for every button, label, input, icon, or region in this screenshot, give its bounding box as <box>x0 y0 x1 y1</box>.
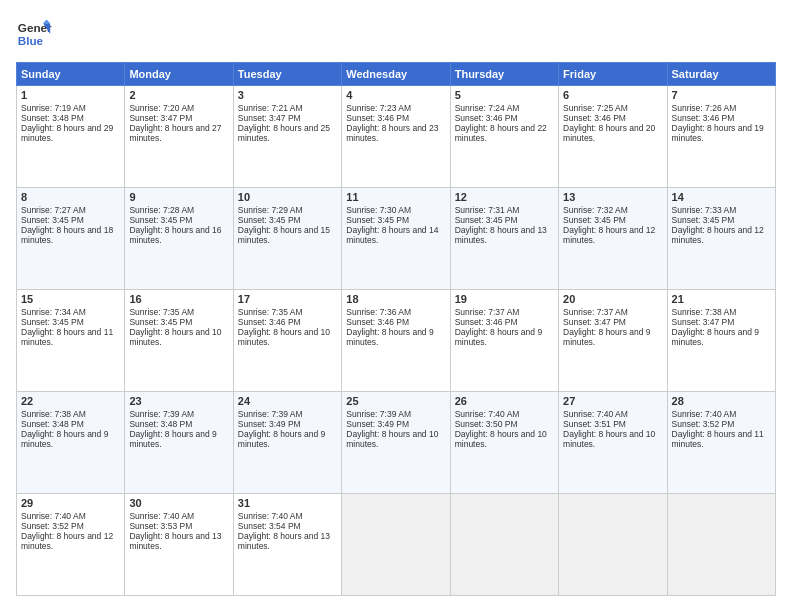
calendar-cell: 8Sunrise: 7:27 AMSunset: 3:45 PMDaylight… <box>17 188 125 290</box>
daylight-text: Daylight: 8 hours and 13 minutes. <box>238 531 330 551</box>
day-number: 8 <box>21 191 120 203</box>
calendar-cell: 11Sunrise: 7:30 AMSunset: 3:45 PMDayligh… <box>342 188 450 290</box>
day-number: 14 <box>672 191 771 203</box>
column-header-wednesday: Wednesday <box>342 63 450 86</box>
calendar-cell: 17Sunrise: 7:35 AMSunset: 3:46 PMDayligh… <box>233 290 341 392</box>
calendar-cell: 27Sunrise: 7:40 AMSunset: 3:51 PMDayligh… <box>559 392 667 494</box>
sunset-text: Sunset: 3:45 PM <box>21 317 84 327</box>
daylight-text: Daylight: 8 hours and 9 minutes. <box>21 429 108 449</box>
calendar-cell: 9Sunrise: 7:28 AMSunset: 3:45 PMDaylight… <box>125 188 233 290</box>
sunrise-text: Sunrise: 7:32 AM <box>563 205 628 215</box>
daylight-text: Daylight: 8 hours and 10 minutes. <box>346 429 438 449</box>
sunrise-text: Sunrise: 7:39 AM <box>238 409 303 419</box>
column-header-saturday: Saturday <box>667 63 775 86</box>
daylight-text: Daylight: 8 hours and 10 minutes. <box>129 327 221 347</box>
sunrise-text: Sunrise: 7:37 AM <box>563 307 628 317</box>
calendar-week-3: 15Sunrise: 7:34 AMSunset: 3:45 PMDayligh… <box>17 290 776 392</box>
daylight-text: Daylight: 8 hours and 12 minutes. <box>563 225 655 245</box>
day-number: 7 <box>672 89 771 101</box>
day-number: 1 <box>21 89 120 101</box>
sunrise-text: Sunrise: 7:38 AM <box>672 307 737 317</box>
calendar-cell: 7Sunrise: 7:26 AMSunset: 3:46 PMDaylight… <box>667 86 775 188</box>
sunrise-text: Sunrise: 7:40 AM <box>672 409 737 419</box>
calendar-cell: 24Sunrise: 7:39 AMSunset: 3:49 PMDayligh… <box>233 392 341 494</box>
sunset-text: Sunset: 3:46 PM <box>455 113 518 123</box>
daylight-text: Daylight: 8 hours and 20 minutes. <box>563 123 655 143</box>
daylight-text: Daylight: 8 hours and 9 minutes. <box>129 429 216 449</box>
calendar-cell: 2Sunrise: 7:20 AMSunset: 3:47 PMDaylight… <box>125 86 233 188</box>
calendar-cell: 16Sunrise: 7:35 AMSunset: 3:45 PMDayligh… <box>125 290 233 392</box>
column-header-thursday: Thursday <box>450 63 558 86</box>
day-number: 17 <box>238 293 337 305</box>
day-number: 6 <box>563 89 662 101</box>
sunset-text: Sunset: 3:46 PM <box>346 113 409 123</box>
sunset-text: Sunset: 3:45 PM <box>238 215 301 225</box>
calendar-cell: 30Sunrise: 7:40 AMSunset: 3:53 PMDayligh… <box>125 494 233 596</box>
calendar-cell: 14Sunrise: 7:33 AMSunset: 3:45 PMDayligh… <box>667 188 775 290</box>
sunrise-text: Sunrise: 7:40 AM <box>238 511 303 521</box>
daylight-text: Daylight: 8 hours and 9 minutes. <box>563 327 650 347</box>
sunset-text: Sunset: 3:47 PM <box>129 113 192 123</box>
sunset-text: Sunset: 3:45 PM <box>21 215 84 225</box>
sunrise-text: Sunrise: 7:26 AM <box>672 103 737 113</box>
sunrise-text: Sunrise: 7:25 AM <box>563 103 628 113</box>
day-number: 12 <box>455 191 554 203</box>
page: General Blue SundayMondayTuesdayWednesda… <box>0 0 792 612</box>
daylight-text: Daylight: 8 hours and 18 minutes. <box>21 225 113 245</box>
calendar-cell: 1Sunrise: 7:19 AMSunset: 3:48 PMDaylight… <box>17 86 125 188</box>
sunrise-text: Sunrise: 7:31 AM <box>455 205 520 215</box>
calendar-cell <box>667 494 775 596</box>
sunset-text: Sunset: 3:45 PM <box>563 215 626 225</box>
day-number: 9 <box>129 191 228 203</box>
calendar-cell: 26Sunrise: 7:40 AMSunset: 3:50 PMDayligh… <box>450 392 558 494</box>
sunset-text: Sunset: 3:45 PM <box>129 215 192 225</box>
daylight-text: Daylight: 8 hours and 14 minutes. <box>346 225 438 245</box>
sunset-text: Sunset: 3:47 PM <box>672 317 735 327</box>
sunrise-text: Sunrise: 7:40 AM <box>563 409 628 419</box>
calendar-cell: 18Sunrise: 7:36 AMSunset: 3:46 PMDayligh… <box>342 290 450 392</box>
logo-icon: General Blue <box>16 16 52 52</box>
day-number: 5 <box>455 89 554 101</box>
logo: General Blue <box>16 16 58 52</box>
day-number: 24 <box>238 395 337 407</box>
calendar-cell <box>559 494 667 596</box>
daylight-text: Daylight: 8 hours and 12 minutes. <box>21 531 113 551</box>
calendar-week-4: 22Sunrise: 7:38 AMSunset: 3:48 PMDayligh… <box>17 392 776 494</box>
sunset-text: Sunset: 3:48 PM <box>129 419 192 429</box>
day-number: 29 <box>21 497 120 509</box>
daylight-text: Daylight: 8 hours and 29 minutes. <box>21 123 113 143</box>
sunset-text: Sunset: 3:46 PM <box>238 317 301 327</box>
calendar-header-row: SundayMondayTuesdayWednesdayThursdayFrid… <box>17 63 776 86</box>
calendar-cell: 23Sunrise: 7:39 AMSunset: 3:48 PMDayligh… <box>125 392 233 494</box>
sunset-text: Sunset: 3:51 PM <box>563 419 626 429</box>
day-number: 21 <box>672 293 771 305</box>
day-number: 13 <box>563 191 662 203</box>
calendar-cell <box>450 494 558 596</box>
column-header-sunday: Sunday <box>17 63 125 86</box>
daylight-text: Daylight: 8 hours and 10 minutes. <box>238 327 330 347</box>
day-number: 10 <box>238 191 337 203</box>
calendar-cell: 22Sunrise: 7:38 AMSunset: 3:48 PMDayligh… <box>17 392 125 494</box>
calendar-table: SundayMondayTuesdayWednesdayThursdayFrid… <box>16 62 776 596</box>
day-number: 26 <box>455 395 554 407</box>
daylight-text: Daylight: 8 hours and 11 minutes. <box>21 327 113 347</box>
day-number: 28 <box>672 395 771 407</box>
sunrise-text: Sunrise: 7:36 AM <box>346 307 411 317</box>
calendar-cell: 4Sunrise: 7:23 AMSunset: 3:46 PMDaylight… <box>342 86 450 188</box>
sunrise-text: Sunrise: 7:27 AM <box>21 205 86 215</box>
sunset-text: Sunset: 3:47 PM <box>238 113 301 123</box>
sunset-text: Sunset: 3:48 PM <box>21 419 84 429</box>
sunset-text: Sunset: 3:49 PM <box>238 419 301 429</box>
calendar-cell: 12Sunrise: 7:31 AMSunset: 3:45 PMDayligh… <box>450 188 558 290</box>
calendar-cell: 28Sunrise: 7:40 AMSunset: 3:52 PMDayligh… <box>667 392 775 494</box>
day-number: 22 <box>21 395 120 407</box>
daylight-text: Daylight: 8 hours and 9 minutes. <box>455 327 542 347</box>
sunset-text: Sunset: 3:50 PM <box>455 419 518 429</box>
day-number: 23 <box>129 395 228 407</box>
sunset-text: Sunset: 3:45 PM <box>455 215 518 225</box>
sunset-text: Sunset: 3:46 PM <box>346 317 409 327</box>
sunrise-text: Sunrise: 7:35 AM <box>238 307 303 317</box>
svg-text:Blue: Blue <box>18 34 44 47</box>
calendar-cell: 19Sunrise: 7:37 AMSunset: 3:46 PMDayligh… <box>450 290 558 392</box>
sunrise-text: Sunrise: 7:40 AM <box>21 511 86 521</box>
